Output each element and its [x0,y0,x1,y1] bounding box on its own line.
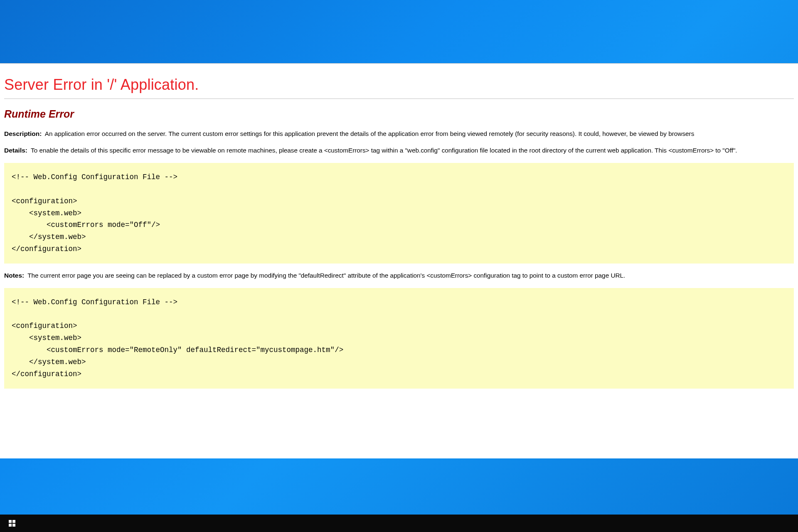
svg-rect-1 [12,520,15,523]
code-block-1: <!-- Web.Config Configuration File --> <… [4,163,794,264]
notes-label: Notes: [4,272,24,279]
notes-paragraph: Notes: The current error page you are se… [4,271,794,280]
notes-text: The current error page you are seeing ca… [27,272,625,279]
code-block-2: <!-- Web.Config Configuration File --> <… [4,288,794,389]
details-label: Details: [4,147,27,154]
code-block-1-text: <!-- Web.Config Configuration File --> <… [12,171,786,255]
description-paragraph: Description: An application error occurr… [4,129,794,138]
browser-error-page: Server Error in '/' Application. Runtime… [0,63,798,458]
taskbar[interactable] [0,515,798,532]
details-paragraph: Details: To enable the details of this s… [4,146,794,155]
description-text: An application error occurred on the ser… [45,130,694,137]
desktop-background: Server Error in '/' Application. Runtime… [0,0,798,532]
divider [4,99,794,99]
page-title: Server Error in '/' Application. [4,76,794,94]
start-button[interactable] [5,516,19,530]
code-block-2-text: <!-- Web.Config Configuration File --> <… [12,296,786,380]
windows-icon [9,520,15,527]
svg-rect-2 [9,524,12,527]
description-label: Description: [4,130,42,137]
svg-rect-0 [9,520,12,523]
error-content: Server Error in '/' Application. Runtime… [0,64,798,404]
details-text: To enable the details of this specific e… [31,147,737,154]
error-subtitle: Runtime Error [4,108,794,120]
svg-rect-3 [12,524,15,527]
